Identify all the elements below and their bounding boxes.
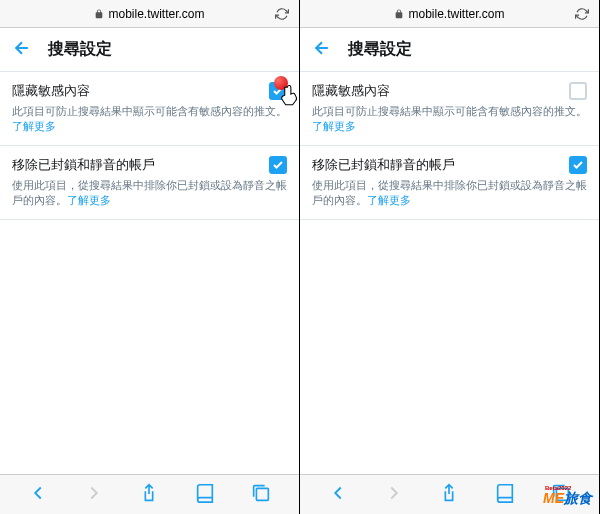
back-arrow-icon[interactable] xyxy=(312,38,348,62)
setting-hide-sensitive: 隱藏敏感內容 此項目可防止搜尋結果中顯示可能含有敏感內容的推文。了解更多 xyxy=(0,72,299,146)
learn-more-link[interactable]: 了解更多 xyxy=(12,120,56,132)
setting-title: 隱藏敏感內容 xyxy=(312,82,390,100)
phone-left: mobile.twitter.com 搜尋設定 隱藏敏感內容 此項目可防止搜尋結… xyxy=(0,0,300,514)
refresh-icon[interactable] xyxy=(275,7,289,21)
cursor-pointer xyxy=(266,76,306,116)
setting-title: 隱藏敏感內容 xyxy=(12,82,90,100)
learn-more-link[interactable]: 了解更多 xyxy=(312,120,356,132)
learn-more-link[interactable]: 了解更多 xyxy=(67,194,111,206)
learn-more-link[interactable]: 了解更多 xyxy=(367,194,411,206)
settings-content: 隱藏敏感內容 此項目可防止搜尋結果中顯示可能含有敏感內容的推文。了解更多 移除已… xyxy=(300,72,599,474)
page-header: 搜尋設定 xyxy=(300,28,599,72)
bookmarks-icon[interactable] xyxy=(494,482,516,508)
setting-desc: 此項目可防止搜尋結果中顯示可能含有敏感內容的推文。了解更多 xyxy=(312,104,587,135)
page-header: 搜尋設定 xyxy=(0,28,299,72)
nav-back-icon[interactable] xyxy=(327,482,349,508)
setting-title: 移除已封鎖和靜音的帳戶 xyxy=(12,156,155,174)
lock-icon xyxy=(94,5,108,23)
setting-remove-blocked: 移除已封鎖和靜音的帳戶 使用此項目，從搜尋結果中排除你已封鎖或設為靜音之帳戶的內… xyxy=(300,146,599,220)
setting-desc: 使用此項目，從搜尋結果中排除你已封鎖或設為靜音之帳戶的內容。了解更多 xyxy=(312,178,587,209)
lock-icon xyxy=(394,5,408,23)
watermark: Beta2022 ME旅食 xyxy=(543,487,592,508)
setting-hide-sensitive: 隱藏敏感內容 此項目可防止搜尋結果中顯示可能含有敏感內容的推文。了解更多 xyxy=(300,72,599,146)
tabs-icon[interactable] xyxy=(250,482,272,508)
share-icon[interactable] xyxy=(138,482,160,508)
svg-rect-0 xyxy=(256,488,268,500)
settings-content: 隱藏敏感內容 此項目可防止搜尋結果中顯示可能含有敏感內容的推文。了解更多 移除已… xyxy=(0,72,299,474)
phone-right: mobile.twitter.com 搜尋設定 隱藏敏感內容 此項目可防止搜尋結… xyxy=(300,0,600,514)
setting-desc: 使用此項目，從搜尋結果中排除你已封鎖或設為靜音之帳戶的內容。了解更多 xyxy=(12,178,287,209)
checkbox-remove-blocked[interactable] xyxy=(269,156,287,174)
url-text: mobile.twitter.com xyxy=(108,7,204,21)
browser-toolbar xyxy=(0,474,299,514)
nav-back-icon[interactable] xyxy=(27,482,49,508)
url-bar: mobile.twitter.com xyxy=(300,0,599,28)
page-title: 搜尋設定 xyxy=(348,39,412,60)
nav-forward-icon xyxy=(383,482,405,508)
page-title: 搜尋設定 xyxy=(48,39,112,60)
bookmarks-icon[interactable] xyxy=(194,482,216,508)
setting-desc: 此項目可防止搜尋結果中顯示可能含有敏感內容的推文。了解更多 xyxy=(12,104,287,135)
back-arrow-icon[interactable] xyxy=(12,38,48,62)
refresh-icon[interactable] xyxy=(575,7,589,21)
hand-cursor-icon xyxy=(276,82,304,110)
checkbox-hide-sensitive[interactable] xyxy=(569,82,587,100)
share-icon[interactable] xyxy=(438,482,460,508)
url-bar: mobile.twitter.com xyxy=(0,0,299,28)
url-text: mobile.twitter.com xyxy=(408,7,504,21)
nav-forward-icon xyxy=(83,482,105,508)
setting-title: 移除已封鎖和靜音的帳戶 xyxy=(312,156,455,174)
setting-remove-blocked: 移除已封鎖和靜音的帳戶 使用此項目，從搜尋結果中排除你已封鎖或設為靜音之帳戶的內… xyxy=(0,146,299,220)
checkbox-remove-blocked[interactable] xyxy=(569,156,587,174)
